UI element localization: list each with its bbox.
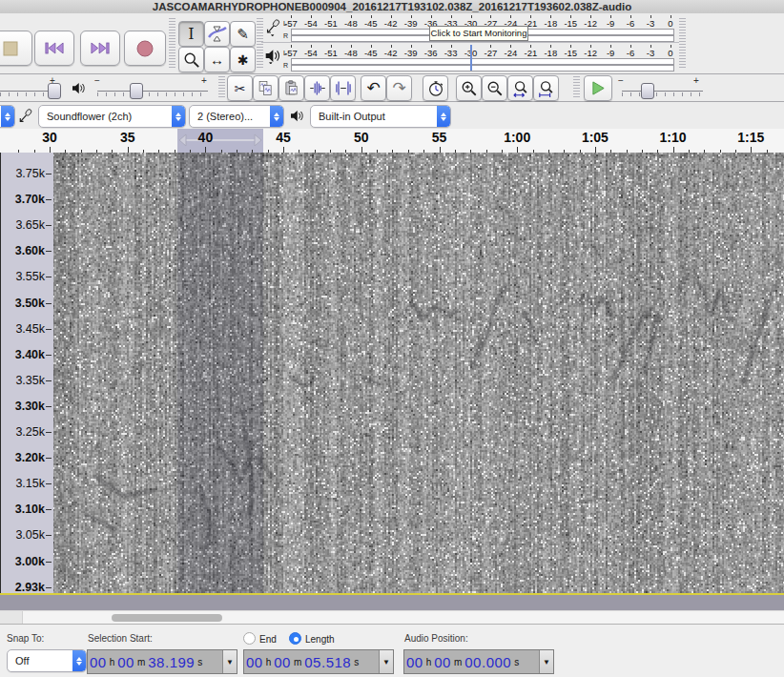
selection-start-minutes: 00 xyxy=(115,654,136,670)
freq-tick xyxy=(46,303,52,304)
record-volume-slider[interactable] xyxy=(48,83,61,99)
playback-volume-minus: − xyxy=(94,76,100,86)
envelope-tool-button[interactable] xyxy=(204,21,230,47)
undo-button[interactable]: ↶ xyxy=(361,75,386,101)
meter-db-label: -12 xyxy=(584,48,597,58)
monitoring-tooltip[interactable]: Click to Start Monitoring xyxy=(429,26,528,41)
edit-toolbar-grabber[interactable] xyxy=(573,76,580,99)
timeline-label: 50 xyxy=(354,130,369,145)
cut-button[interactable]: ✂ xyxy=(227,75,253,101)
meter-db-label: -33 xyxy=(444,48,458,58)
meter-db-label: -27 xyxy=(485,48,498,58)
skip-to-start-button[interactable] xyxy=(34,31,74,66)
field-dropdown-arrow-icon[interactable]: ▼ xyxy=(222,650,237,673)
window-title: JASCOAMARHYDROPHONEB000904_20161217T1931… xyxy=(0,0,784,14)
meter-db-label: -57 xyxy=(284,18,298,29)
horizontal-scrollbar-thumb[interactable] xyxy=(112,614,222,622)
paste-button[interactable] xyxy=(279,75,304,101)
zoom-tool-icon xyxy=(183,51,200,69)
meter-db-label: -48 xyxy=(344,18,358,29)
audacity-window: JASCOAMARHYDROPHONEB000904_20161217T1931… xyxy=(0,0,784,677)
selection-start-label: Selection Start: xyxy=(88,633,153,644)
trim-audio-icon xyxy=(309,80,326,96)
selection-length-field[interactable]: 00 h 00 m 05.518 s ▼ xyxy=(243,649,394,674)
input-device-value: Soundflower (2ch) xyxy=(39,111,172,122)
timeline-label: 30 xyxy=(42,130,57,145)
skip-to-end-button[interactable] xyxy=(80,31,120,66)
clipped-device-dropdown[interactable] xyxy=(0,105,15,128)
timeline-ruler[interactable]: 3035404550551:001:051:101:15 xyxy=(0,129,784,154)
cut-icon: ✂ xyxy=(235,82,246,95)
toolbar-row-2: + − + ✂ xyxy=(0,74,784,102)
selection-start-field[interactable]: 00 h 00 m 38.199 s ▼ xyxy=(87,649,237,674)
audio-position-minutes: 00 xyxy=(432,654,453,670)
playback-volume-slider[interactable] xyxy=(130,83,143,99)
field-dropdown-arrow-icon[interactable]: ▼ xyxy=(539,650,553,673)
redo-button[interactable]: ↷ xyxy=(386,75,412,101)
mixer-toolbar-grabber[interactable] xyxy=(218,76,225,99)
meter-toolbar-grabber[interactable] xyxy=(679,18,686,70)
zoom-in-button[interactable] xyxy=(456,75,482,101)
meter-db-label: -24 xyxy=(505,48,518,58)
selection-start-seconds: 38.199 xyxy=(146,654,196,670)
zoom-in-icon xyxy=(461,80,478,97)
spectrogram-canvas[interactable] xyxy=(52,153,784,593)
meter-db-label: -57 xyxy=(284,48,298,58)
meter-db-label: 0 xyxy=(668,18,672,29)
meter-db-label: -3 xyxy=(647,48,654,58)
speed-slider-track[interactable] xyxy=(622,91,703,92)
hours-unit: h xyxy=(109,657,116,667)
end-radio[interactable] xyxy=(243,632,256,645)
freq-tick xyxy=(46,225,52,226)
multi-tool-button[interactable]: ✱ xyxy=(230,47,256,72)
copy-button[interactable] xyxy=(253,75,279,101)
fit-project-button[interactable] xyxy=(533,75,559,101)
zoom-tool-button[interactable] xyxy=(178,47,204,72)
freq-tick xyxy=(46,406,52,407)
record-button[interactable] xyxy=(124,31,166,66)
output-device-dropdown[interactable]: Built-in Output xyxy=(310,105,451,128)
freq-label: 3.25k xyxy=(15,425,45,439)
minutes-unit: m xyxy=(293,657,302,667)
timeshift-tool-button[interactable]: ↔ xyxy=(204,47,230,72)
play-at-speed-icon xyxy=(591,81,606,95)
stop-button[interactable] xyxy=(0,31,32,66)
horizontal-scrollbar[interactable] xyxy=(0,610,784,625)
audio-position-field[interactable]: 00 h 00 m 00.000 s ▼ xyxy=(403,649,554,674)
freq-label: 2.93k xyxy=(15,581,45,593)
freq-tick xyxy=(46,277,52,277)
meter-db-label: -18 xyxy=(544,18,557,29)
sync-lock-button[interactable] xyxy=(423,75,448,101)
fit-project-icon xyxy=(538,80,555,97)
freq-label: 3.15k xyxy=(15,477,45,490)
tools-toolbar-grabber[interactable] xyxy=(257,18,263,70)
seconds-unit: s xyxy=(513,657,520,667)
meter-db-label: -15 xyxy=(564,48,577,58)
meter-db-label: -45 xyxy=(364,48,378,58)
speed-slider[interactable] xyxy=(641,83,654,99)
play-at-speed-button[interactable] xyxy=(584,75,612,101)
speaker-icon xyxy=(264,48,280,64)
selection-tool-button[interactable]: I xyxy=(178,21,204,47)
freq-label: 3.05k xyxy=(15,528,45,542)
frequency-ruler[interactable]: 3.80k3.75k3.70k3.65k3.60k3.55k3.50k3.45k… xyxy=(0,153,53,593)
freq-tick xyxy=(46,199,52,200)
snap-to-dropdown[interactable]: Off xyxy=(7,649,87,672)
transport-toolbar-grabber[interactable] xyxy=(169,18,175,70)
playback-volume-track[interactable] xyxy=(97,91,208,92)
length-radio-label: Length xyxy=(305,634,335,645)
skip-to-end-icon xyxy=(91,41,110,55)
fit-selection-icon xyxy=(512,80,529,97)
freq-label-partial: 3.80k xyxy=(15,153,45,154)
length-radio[interactable] xyxy=(289,632,301,645)
input-channels-dropdown[interactable]: 2 (Stereo)... xyxy=(189,105,284,128)
field-dropdown-arrow-icon[interactable]: ▼ xyxy=(379,650,393,673)
freq-tick xyxy=(46,509,52,510)
fit-selection-button[interactable] xyxy=(507,75,533,101)
trim-audio-button[interactable] xyxy=(304,75,330,101)
freq-label: 3.70k xyxy=(15,193,45,206)
draw-tool-button[interactable]: ✎ xyxy=(230,21,256,47)
zoom-out-button[interactable] xyxy=(482,75,507,101)
silence-audio-button[interactable] xyxy=(330,75,356,101)
input-device-dropdown[interactable]: Soundflower (2ch) xyxy=(38,105,186,128)
